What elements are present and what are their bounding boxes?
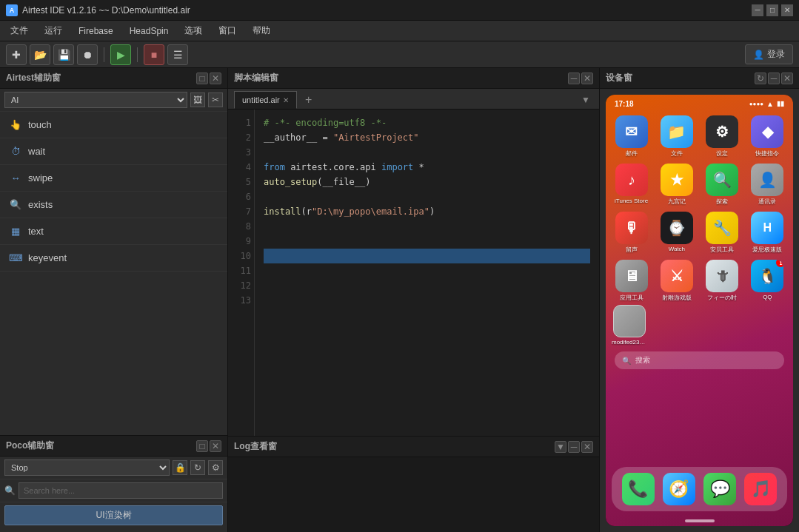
device-close-btn[interactable]: ✕ (781, 73, 793, 84)
ios-dock: 📞 🧭 💬 🎵 (612, 467, 787, 511)
app-contacts[interactable]: 👤 通讯录 (748, 164, 787, 206)
api-item-exists[interactable]: 🔍 exists (0, 192, 227, 218)
app-shortcuts[interactable]: ◆ 快捷指令 (748, 115, 787, 158)
app-qq[interactable]: 🐧 1 QQ (748, 260, 787, 302)
menu-window[interactable]: 窗口 (211, 21, 244, 40)
app-row-extra: modifed23C31... (606, 305, 793, 349)
ios-home-indicator[interactable] (685, 519, 715, 522)
app-find[interactable]: 🔍 探索 (703, 164, 742, 206)
poco-refresh-btn[interactable]: ↻ (190, 460, 205, 475)
battery-icon: ▮▮ (777, 100, 784, 107)
poco-panel: Poco辅助窗 □ ✕ Stop 🔒 ↻ ⚙ 🔍 UI渲染树 (0, 436, 227, 532)
maximize-button[interactable]: □ (766, 4, 778, 16)
api-item-keyevent[interactable]: ⌨ keyevent (0, 245, 227, 272)
app-settings-label: 设定 (716, 149, 728, 158)
log-filter-btn[interactable]: ▼ (555, 441, 566, 453)
script-editor: 脚本编辑窗 ─ ✕ untitled.air ✕ + ▼ 12345 67891… (228, 68, 599, 436)
toolbar: ✚ 📂 💾 ⏺ ▶ ■ ☰ 👤 登录 (0, 41, 799, 68)
api-name-keyevent: keyevent (28, 252, 67, 263)
app-wallet-label: modifed23C31... (612, 339, 647, 346)
app-hack[interactable]: H 爱思极速版 (748, 212, 787, 254)
editor-tab-untitled[interactable]: untitled.air ✕ (234, 91, 297, 109)
api-item-text[interactable]: ▦ text (0, 218, 227, 245)
ios-search-bar[interactable]: 🔍 搜索 (615, 351, 784, 369)
minimize-button[interactable]: ─ (752, 4, 763, 16)
app-game[interactable]: ⚔ 射雕游戏版 (657, 260, 696, 302)
app-files[interactable]: 📁 文件 (657, 115, 696, 158)
app-game2[interactable]: 🗡 フィーの时 (703, 260, 742, 302)
login-button[interactable]: 👤 登录 (745, 44, 793, 64)
api-item-touch[interactable]: 👆 touch (0, 112, 227, 138)
code-line-4: from airtest.core.api import * (264, 160, 590, 175)
device-refresh-btn[interactable]: ↻ (755, 73, 766, 84)
code-line-5: auto_setup(__file__) (264, 175, 590, 189)
tab-close-icon[interactable]: ✕ (283, 96, 289, 104)
poco-maximize-btn[interactable]: □ (196, 440, 208, 452)
api-item-swipe[interactable]: ↔ swipe (0, 165, 227, 192)
phone-screen: 17:18 ●●●● ▲ ▮▮ ✉ 邮件 📁 文件 (606, 95, 793, 526)
poco-select[interactable]: Stop (4, 459, 170, 476)
menu-file[interactable]: 文件 (3, 21, 36, 40)
airtest-close-btn[interactable]: ✕ (210, 73, 221, 84)
ios-search-icon: 🔍 (622, 357, 631, 365)
record-button[interactable]: ⏺ (77, 44, 98, 65)
user-icon: 👤 (753, 50, 764, 60)
app-memo[interactable]: ★ 九宫记 (657, 164, 696, 206)
editor-close-btn[interactable]: ✕ (581, 73, 593, 84)
app-itunes[interactable]: ♪ iTunes Store (612, 164, 651, 206)
app-watch[interactable]: ⌚ Watch (657, 212, 696, 254)
app-files-label: 文件 (671, 149, 683, 158)
api-name-touch: touch (28, 119, 52, 130)
poco-search-input[interactable] (19, 482, 223, 499)
api-item-wait[interactable]: ⏱ wait (0, 138, 227, 165)
close-button[interactable]: ✕ (781, 4, 793, 16)
log-minimize-btn[interactable]: ─ (568, 441, 580, 453)
app-record[interactable]: 🎙 留声 (612, 212, 651, 254)
poco-tree-button[interactable]: UI渲染树 (4, 505, 223, 525)
app-tools[interactable]: 🔧 安贝工具 (703, 212, 742, 254)
code-content[interactable]: # -*- encoding=utf8 -*- __author__ = "Ai… (255, 110, 599, 436)
tab-menu-button[interactable]: ▼ (578, 91, 593, 109)
app-grid: ✉ 邮件 📁 文件 ⚙ 设定 ◆ 快捷指令 (606, 112, 793, 305)
app-mail-label: 邮件 (626, 149, 638, 158)
log-close-btn[interactable]: ✕ (581, 441, 593, 453)
menu-run[interactable]: 运行 (37, 21, 70, 40)
poco-close-btn[interactable]: ✕ (210, 440, 221, 452)
report-button[interactable]: ☰ (167, 44, 188, 65)
dock-messages[interactable]: 💬 (703, 473, 736, 505)
menu-help[interactable]: 帮助 (245, 21, 278, 40)
dock-phone[interactable]: 📞 (622, 473, 655, 505)
new-button[interactable]: ✚ (6, 44, 27, 65)
app-settings[interactable]: ⚙ 设定 (703, 115, 742, 158)
login-label: 登录 (767, 48, 785, 61)
open-button[interactable]: 📂 (30, 44, 50, 65)
editor-minimize-btn[interactable]: ─ (568, 73, 580, 84)
code-editor[interactable]: 12345 678910 111213 # -*- encoding=utf8 … (228, 110, 599, 436)
toolbar-separator-2 (137, 47, 138, 62)
poco-lock-btn[interactable]: 🔒 (173, 460, 187, 475)
touch-icon: 👆 (9, 118, 22, 132)
menu-firebase[interactable]: Firebase (71, 23, 121, 39)
log-content (228, 457, 599, 532)
device-minimize-btn[interactable]: ─ (768, 73, 780, 84)
airtest-search-select[interactable]: AI (4, 92, 187, 108)
poco-settings-btn[interactable]: ⚙ (208, 460, 223, 475)
airtest-capture-btn[interactable]: ✂ (208, 92, 223, 107)
stop-button[interactable]: ■ (144, 44, 164, 65)
menu-headspin[interactable]: HeadSpin (122, 23, 176, 39)
airtest-maximize-btn[interactable]: □ (196, 73, 208, 84)
app-qq-icon: 🐧 1 (751, 260, 783, 292)
app-dev[interactable]: 🖥 应用工具 (612, 260, 651, 302)
app-wallet[interactable]: modifed23C31... (612, 305, 647, 346)
code-line-3 (264, 145, 590, 160)
app-dev-label: 应用工具 (620, 294, 643, 302)
app-dev-icon: 🖥 (615, 260, 648, 292)
app-mail[interactable]: ✉ 邮件 (612, 115, 651, 158)
tab-add-button[interactable]: + (300, 91, 318, 109)
dock-safari[interactable]: 🧭 (663, 473, 695, 505)
save-button[interactable]: 💾 (53, 44, 74, 65)
dock-music[interactable]: 🎵 (744, 473, 777, 505)
menu-options[interactable]: 选项 (177, 21, 210, 40)
airtest-image-btn[interactable]: 🖼 (190, 92, 205, 107)
run-button[interactable]: ▶ (110, 44, 131, 65)
